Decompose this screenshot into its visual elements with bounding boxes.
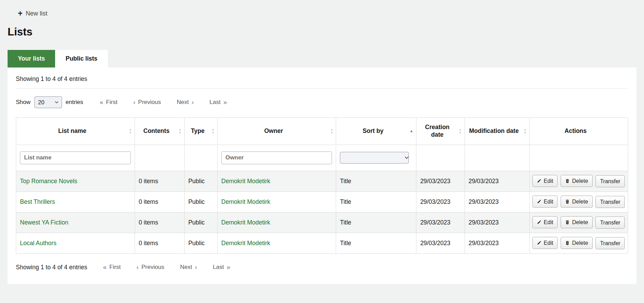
delete-button[interactable]: Delete [561, 175, 592, 187]
tabs: Your lists Public lists [8, 50, 636, 67]
pencil-icon [537, 220, 541, 224]
pagination-top: « First ‹ Previous Next › Last » [100, 99, 227, 106]
transfer-button[interactable]: Transfer [595, 196, 625, 208]
column-header-label: Actions [564, 127, 586, 134]
sort-icon: ▲▼ [523, 128, 526, 134]
entries-per-page-select[interactable]: 20 [34, 96, 62, 108]
edit-button[interactable]: Edit [532, 196, 558, 208]
toolbar: + New list [8, 0, 636, 18]
entries-select-wrap: 20 [34, 96, 62, 108]
lists-panel: Showing 1 to 4 of 4 entries Show 20 entr… [8, 67, 636, 284]
table-row: Top Romance Novels 0 items Public Demokr… [16, 171, 628, 191]
edit-button-label: Edit [544, 219, 553, 226]
table-row: Best Thrillers 0 items Public Demokrit M… [16, 191, 628, 212]
filter-cell-empty [529, 145, 628, 171]
table-row: Local Authors 0 items Public Demokrit Mo… [16, 233, 628, 253]
pagination-previous[interactable]: ‹ Previous [133, 99, 161, 106]
sort-ascending-icon: ▲ [409, 129, 413, 133]
owner-link[interactable]: Demokrit Modetirk [221, 240, 270, 247]
filter-cell-empty [184, 145, 217, 171]
new-list-button-label: New list [25, 10, 47, 17]
pagination-next-label: Next [180, 264, 192, 271]
transfer-button-label: Transfer [600, 240, 620, 247]
pagination-first[interactable]: « First [103, 264, 121, 271]
edit-button-label: Edit [544, 198, 553, 205]
list-name-link[interactable]: Top Romance Novels [20, 178, 77, 185]
pagination-last[interactable]: Last » [213, 264, 230, 271]
first-page-icon: « [100, 99, 103, 106]
sort-by-cell: Title [336, 212, 416, 233]
creation-date-cell: 29/03/2023 [416, 191, 465, 212]
contents-cell: 0 items [135, 171, 184, 191]
list-name-filter-input[interactable] [20, 152, 131, 164]
delete-button[interactable]: Delete [561, 196, 592, 208]
filter-cell-empty [416, 145, 465, 171]
column-header-creation-date[interactable]: Creation date ▲▼ [416, 118, 465, 145]
type-cell: Public [184, 171, 217, 191]
column-header-sort-by[interactable]: Sort by ▲ [336, 118, 416, 145]
column-header-type[interactable]: Type ▲▼ [184, 118, 217, 145]
filter-row [16, 145, 628, 171]
delete-button[interactable]: Delete [561, 216, 592, 228]
edit-button[interactable]: Edit [532, 175, 558, 187]
transfer-button[interactable]: Transfer [595, 237, 625, 249]
sort-by-select-wrap [340, 152, 412, 164]
owner-link[interactable]: Demokrit Modetirk [221, 178, 270, 185]
pagination-next[interactable]: Next › [180, 264, 197, 271]
list-name-link[interactable]: Newest YA Fiction [20, 219, 68, 226]
owner-link[interactable]: Demokrit Modetirk [221, 219, 270, 226]
lists-page: + New list Lists Your lists Public lists… [0, 0, 644, 288]
sort-by-cell: Title [336, 171, 416, 191]
column-header-list-name[interactable]: List name ▲▼ [16, 118, 135, 145]
entries-length-control: Show 20 entries [16, 96, 83, 108]
delete-button[interactable]: Delete [561, 237, 592, 249]
modification-date-cell: 29/03/2023 [465, 212, 529, 233]
type-cell: Public [184, 191, 217, 212]
table-footer: Showing 1 to 4 of 4 entries « First ‹ Pr… [16, 264, 628, 271]
pencil-icon [537, 199, 541, 204]
transfer-button-label: Transfer [600, 219, 620, 226]
list-name-link[interactable]: Local Authors [20, 240, 56, 247]
delete-button-label: Delete [572, 219, 588, 226]
table-info-bottom: Showing 1 to 4 of 4 entries [16, 264, 87, 271]
sort-by-cell: Title [336, 233, 416, 253]
modification-date-cell: 29/03/2023 [465, 171, 529, 191]
column-header-actions: Actions [529, 118, 628, 145]
pagination-next[interactable]: Next › [177, 99, 194, 106]
tab-public-lists[interactable]: Public lists [55, 50, 107, 67]
column-header-label: Modification date [469, 127, 519, 134]
new-list-button[interactable]: + New list [18, 10, 47, 18]
list-name-link[interactable]: Best Thrillers [20, 198, 55, 205]
owner-link[interactable]: Demokrit Modetirk [221, 198, 270, 205]
pagination-first[interactable]: « First [100, 99, 117, 106]
sort-icon: ▲▼ [178, 128, 181, 134]
delete-button-label: Delete [572, 198, 588, 205]
edit-button[interactable]: Edit [532, 216, 558, 228]
edit-button-label: Edit [544, 240, 553, 246]
column-header-contents[interactable]: Contents ▲▼ [135, 118, 184, 145]
type-cell: Public [184, 233, 217, 253]
contents-cell: 0 items [135, 212, 184, 233]
column-header-owner[interactable]: Owner ▲▼ [217, 118, 336, 145]
pagination-previous[interactable]: ‹ Previous [137, 264, 164, 271]
pagination-previous-label: Previous [142, 264, 164, 271]
owner-filter-input[interactable] [221, 152, 332, 164]
pagination-last[interactable]: Last » [209, 99, 227, 106]
transfer-button-label: Transfer [600, 199, 620, 205]
next-page-icon: › [195, 264, 197, 271]
pencil-icon [537, 241, 541, 245]
transfer-button[interactable]: Transfer [595, 175, 625, 187]
column-header-label: Owner [264, 127, 283, 134]
modification-date-cell: 29/03/2023 [465, 233, 529, 253]
creation-date-cell: 29/03/2023 [416, 233, 465, 253]
tab-your-lists[interactable]: Your lists [8, 50, 55, 67]
pagination-bottom: « First ‹ Previous Next › Last » [103, 264, 230, 271]
sort-by-filter-cell [336, 145, 416, 171]
edit-button[interactable]: Edit [532, 237, 558, 249]
column-header-label: Creation date [425, 124, 449, 138]
sort-by-filter-select[interactable] [340, 152, 409, 164]
column-header-modification-date[interactable]: Modification date ▲▼ [465, 118, 529, 145]
transfer-button[interactable]: Transfer [595, 217, 625, 229]
filter-cell-empty [135, 145, 184, 171]
contents-cell: 0 items [135, 233, 184, 253]
